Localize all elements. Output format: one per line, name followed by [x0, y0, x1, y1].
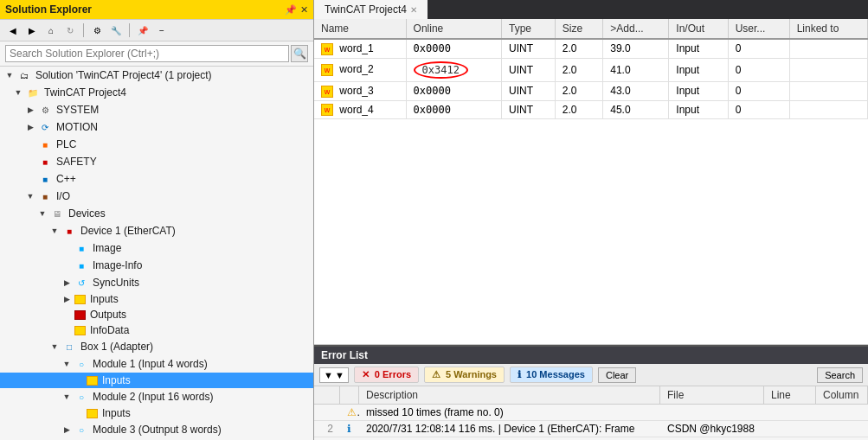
tree-item-plc[interactable]: ▶ ■ PLC	[0, 136, 313, 153]
expand-system[interactable]: ▶	[24, 104, 36, 116]
expand-module1[interactable]: ▼	[61, 358, 73, 370]
tree-item-module2[interactable]: ▼ ○ Module 2 (Input 16 words)	[0, 388, 313, 405]
tab-twincat-project4[interactable]: TwinCAT Project4 ✕	[314, 0, 428, 19]
tree-item-syncunits[interactable]: ▶ ↺ SyncUnits	[0, 274, 313, 291]
expand-module2[interactable]: ▼	[61, 391, 73, 403]
var-icon-word2: w	[321, 64, 333, 76]
tree-item-imageinfo[interactable]: ▶ ■ Image-Info	[0, 257, 313, 274]
imageinfo-label: Image-Info	[93, 259, 142, 271]
col-header-column: Column	[816, 386, 868, 404]
error-list-row[interactable]: 2 ℹ 2020/7/31 12:08:14 116 ms. | Device …	[314, 421, 868, 437]
tab-bar: TwinCAT Project4 ✕	[314, 0, 868, 19]
cpp-label: C++	[56, 173, 76, 185]
wrench-button[interactable]: 🔧	[108, 22, 124, 38]
col-header-user: User...	[728, 19, 789, 39]
tree-item-module3[interactable]: ▶ ○ Module 3 (Outnput 8 words)	[0, 421, 313, 438]
col-header-type: Type	[502, 19, 556, 39]
var-name-word3: word_3	[339, 85, 373, 97]
forward-button[interactable]: ▶	[24, 22, 40, 38]
inputs-mod2-icon	[87, 409, 98, 418]
expand-inputs-main[interactable]: ▶	[61, 293, 73, 305]
cell-inout-word2: Input	[669, 58, 728, 81]
cell-inout-word4: Input	[669, 100, 728, 119]
row-line-2	[764, 427, 816, 430]
error-list-row[interactable]: ⚠ missed 10 times (frame no. 0)	[314, 405, 868, 421]
tree-item-project[interactable]: ▼ 📁 TwinCAT Project4	[0, 84, 313, 101]
search-button[interactable]: Search	[817, 367, 863, 383]
col-header-online: Online	[406, 19, 501, 39]
col-header-description: Description	[359, 386, 660, 404]
tree-item-safety[interactable]: ▶ ■ SAFETY	[0, 153, 313, 170]
syncunits-label: SyncUnits	[93, 277, 139, 289]
cell-user-word1: 0	[728, 39, 789, 58]
cell-user-word4: 0	[728, 100, 789, 119]
back-button[interactable]: ◀	[5, 22, 21, 38]
inputs-mod2-label: Inputs	[102, 407, 131, 419]
messages-badge[interactable]: ℹ 10 Messages	[510, 367, 593, 383]
expand-motion[interactable]: ▶	[24, 121, 36, 133]
expand-solution[interactable]: ▼	[3, 69, 16, 81]
refresh-button[interactable]: ↻	[62, 22, 78, 38]
expand-syncunits[interactable]: ▶	[61, 277, 73, 289]
cell-size-word2: 2.0	[555, 58, 602, 81]
clear-button[interactable]: Clear	[598, 367, 636, 383]
home-button[interactable]: ⌂	[43, 22, 59, 38]
tree-item-cpp[interactable]: ▶ ■ C++	[0, 170, 313, 188]
tree-item-devices[interactable]: ▼ 🖥 Devices	[0, 205, 313, 222]
errors-badge[interactable]: ✕ 0 Errors	[354, 367, 419, 383]
col-header-inout: In/Out	[669, 19, 728, 39]
col-header-num	[314, 386, 340, 404]
system-label: SYSTEM	[56, 104, 99, 116]
io-label: I/O	[56, 190, 70, 202]
close-icon[interactable]: ✕	[300, 4, 308, 16]
var-icon-word3: w	[321, 86, 333, 98]
infodata-icon	[74, 326, 86, 335]
error-list-rows: ⚠ missed 10 times (frame no. 0) 2 ℹ 2020…	[314, 405, 868, 440]
warning-icon: ⚠	[432, 369, 440, 379]
expand-device1[interactable]: ▼	[48, 225, 61, 237]
cell-name-word3: w word_3	[314, 81, 406, 100]
tree-item-solution[interactable]: ▼ 🗂 Solution 'TwinCAT Project4' (1 proje…	[0, 67, 313, 84]
variables-table-area: Name Online Type Size >Add... In/Out Use…	[314, 19, 868, 345]
expand-io[interactable]: ▼	[24, 190, 36, 202]
expand-box1[interactable]: ▼	[48, 341, 61, 353]
tree-item-device1[interactable]: ▼ ■ Device 1 (EtherCAT)	[0, 222, 313, 239]
tree-item-image[interactable]: ▶ ■ Image	[0, 239, 313, 257]
settings-button[interactable]: ⚙	[89, 22, 105, 38]
tree-item-motion[interactable]: ▶ ⟳ MOTION	[0, 118, 313, 136]
tree-item-inputs-main[interactable]: ▶ Inputs	[0, 291, 313, 307]
row-col-2	[816, 427, 868, 430]
table-row[interactable]: w word_2 0x3412 UINT 2.0 41.0 Input 0	[314, 58, 868, 81]
col-header-file: File	[660, 386, 764, 404]
table-row[interactable]: w word_1 0x0000 UINT 2.0 39.0 Input 0	[314, 39, 868, 58]
search-bar: 🔍	[0, 41, 313, 67]
tree-item-inputs-mod2[interactable]: ▶ Inputs	[0, 405, 313, 421]
expand-devices[interactable]: ▼	[36, 207, 48, 220]
tree-item-system[interactable]: ▶ ⚙ SYSTEM	[0, 101, 313, 118]
tree-item-module1[interactable]: ▼ ○ Module 1 (Input 4 words)	[0, 355, 313, 373]
tree-item-infodata[interactable]: ▶ InfoData	[0, 322, 313, 338]
info-msg-icon: ℹ	[347, 423, 351, 435]
cell-size-word4: 2.0	[555, 100, 602, 119]
table-row[interactable]: w word_4 0x0000 UINT 2.0 45.0 Input 0	[314, 100, 868, 119]
warnings-badge[interactable]: ⚠ 5 Warnings	[424, 367, 505, 383]
col-header-name: Name	[314, 19, 406, 39]
tab-close-button[interactable]: ✕	[410, 5, 417, 15]
col-header-size: Size	[555, 19, 602, 39]
search-button[interactable]: 🔍	[291, 45, 308, 62]
image-icon: ■	[74, 241, 88, 255]
minus-button[interactable]: −	[154, 22, 170, 38]
module1-label: Module 1 (Input 4 words)	[93, 358, 208, 370]
row-num-1	[314, 411, 340, 414]
pin-icon[interactable]: 📌	[285, 4, 297, 16]
tree-item-outputs-main[interactable]: ▶ Outputs	[0, 307, 313, 322]
search-input[interactable]	[5, 45, 289, 62]
filter-button[interactable]: ▼ ▼	[319, 367, 349, 383]
tree-item-box1[interactable]: ▼ □ Box 1 (Adapter)	[0, 338, 313, 355]
expand-project[interactable]: ▼	[12, 86, 24, 99]
tree-item-io[interactable]: ▼ ■ I/O	[0, 188, 313, 205]
expand-module3[interactable]: ▶	[61, 424, 73, 436]
tree-item-inputs-mod1[interactable]: ▶ Inputs	[0, 373, 313, 388]
table-row[interactable]: w word_3 0x0000 UINT 2.0 43.0 Input 0	[314, 81, 868, 100]
pin2-button[interactable]: 📌	[135, 22, 151, 38]
